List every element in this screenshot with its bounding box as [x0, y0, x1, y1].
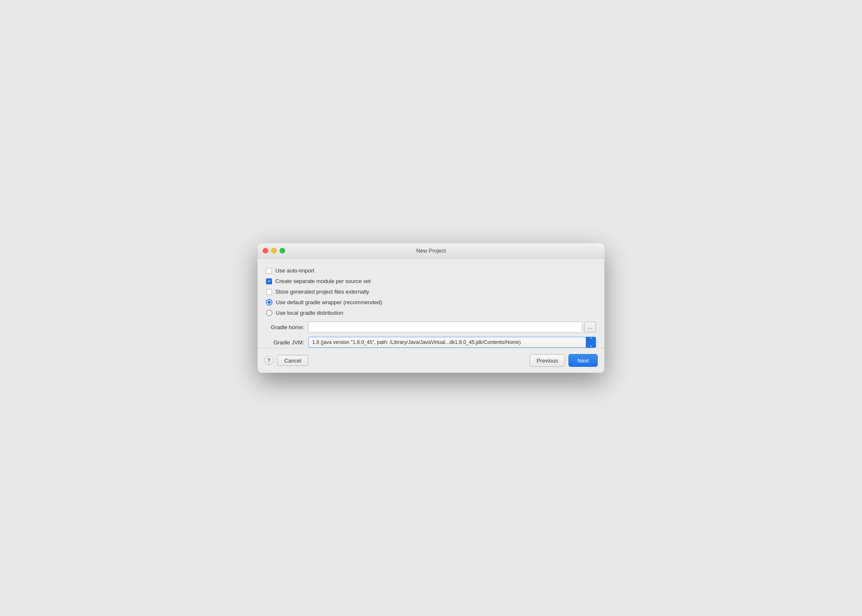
option-auto-import: Use auto-import — [266, 266, 596, 275]
local-distribution-radio[interactable] — [266, 310, 272, 316]
store-externally-checkbox[interactable] — [266, 289, 272, 295]
gradle-home-input[interactable] — [308, 322, 582, 333]
gradle-home-input-wrapper: ... — [308, 322, 596, 333]
gradle-jvm-select[interactable]: 1.8 (java version "1.8.0_45", path: /Lib… — [308, 337, 596, 348]
window-title: New Project — [416, 248, 446, 254]
titlebar: New Project — [258, 243, 604, 258]
next-button[interactable]: Next — [568, 354, 598, 367]
gradle-jvm-select-wrapper: 1.8 (java version "1.8.0_45", path: /Lib… — [308, 337, 596, 348]
close-button[interactable] — [263, 248, 268, 253]
footer-left: ? Cancel — [264, 355, 308, 366]
gradle-home-label: Gradle home: — [266, 324, 304, 330]
option-store-externally: Store generated project files externally — [266, 287, 596, 296]
default-wrapper-label[interactable]: Use default gradle wrapper (recommended) — [276, 299, 382, 305]
maximize-button[interactable] — [280, 248, 285, 253]
separate-module-label[interactable]: Create separate module per source set — [275, 278, 371, 284]
footer-right: Previous Next — [530, 354, 598, 367]
auto-import-label[interactable]: Use auto-import — [275, 267, 314, 274]
previous-button[interactable]: Previous — [530, 354, 566, 367]
store-externally-label[interactable]: Store generated project files externally — [275, 289, 369, 295]
new-project-window: New Project Use auto-import Create separ… — [258, 243, 604, 373]
gradle-home-row: Gradle home: ... — [266, 322, 596, 333]
option-default-wrapper: Use default gradle wrapper (recommended) — [266, 298, 596, 307]
cancel-button[interactable]: Cancel — [277, 355, 308, 366]
gradle-jvm-label: Gradle JVM: — [266, 339, 304, 346]
gradle-jvm-row: Gradle JVM: 1.8 (java version "1.8.0_45"… — [266, 337, 596, 348]
minimize-button[interactable] — [271, 248, 277, 253]
auto-import-checkbox[interactable] — [266, 268, 272, 274]
gradle-home-browse-button[interactable]: ... — [584, 322, 596, 333]
footer: ? Cancel Previous Next — [258, 348, 604, 373]
separate-module-checkbox[interactable] — [266, 278, 272, 284]
traffic-lights — [263, 248, 285, 253]
help-button[interactable]: ? — [264, 356, 274, 365]
options-area: Use auto-import Create separate module p… — [266, 266, 596, 317]
option-separate-module: Create separate module per source set — [266, 277, 596, 286]
option-local-distribution: Use local gradle distribution — [266, 308, 596, 317]
gradle-jvm-input-wrapper: 1.8 (java version "1.8.0_45", path: /Lib… — [308, 337, 596, 348]
local-distribution-label[interactable]: Use local gradle distribution — [276, 310, 343, 316]
default-wrapper-radio[interactable] — [266, 299, 272, 305]
content-area: Use auto-import Create separate module p… — [258, 258, 604, 348]
